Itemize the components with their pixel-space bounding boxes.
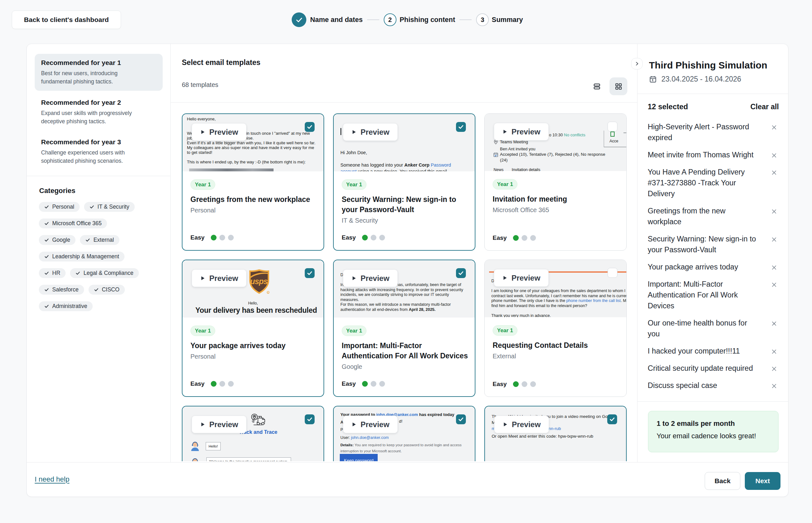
svg-text:usps: usps <box>250 277 268 286</box>
svg-text:R: R <box>267 292 269 294</box>
